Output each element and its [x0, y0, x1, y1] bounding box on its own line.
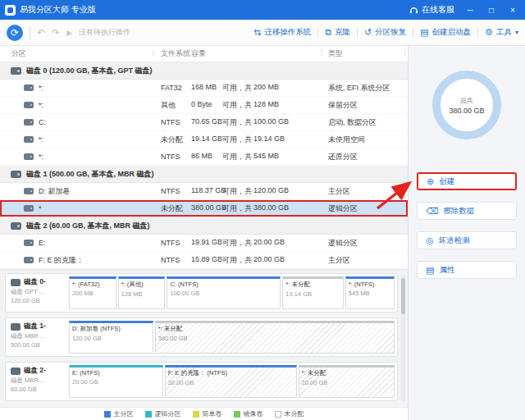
tools-button-label: 工具 [496, 27, 512, 38]
disk-strip-name: 磁盘 1- [11, 322, 65, 331]
table-row[interactable]: D: 新加卷NTFS118.37 GB可用，共120.00 GB主分区 [0, 183, 408, 200]
minimize-button[interactable]: ─ [464, 6, 476, 15]
title-bar-right: 在线客服 ─ □ × [409, 4, 518, 16]
partition-block[interactable]: *: (FAT32)200 MB [69, 276, 116, 309]
partition-block-label: E: (NTFS) [72, 369, 160, 377]
table-row[interactable]: *:其他0 Byte可用，共128 MB保留分区 [0, 97, 408, 114]
partition-icon [24, 257, 34, 263]
capacity-cell: 0 Byte可用，共128 MB [191, 100, 324, 111]
partition-block-label: C: (NTFS) [170, 281, 277, 288]
partition-block[interactable]: *: (其他)128 MB [118, 276, 166, 309]
tools-button[interactable]: ⚙工具▾ [485, 27, 518, 38]
maximize-button[interactable]: □ [486, 6, 497, 15]
partition-block-size: 128 MB [121, 290, 162, 298]
capacity-cell: 19.14 GB可用，共19.14 GB [191, 135, 324, 145]
table-row[interactable]: *:未分配19.14 GB可用，共19.14 GB未使用空间 [0, 131, 408, 148]
partition-label: D: 新加卷 [39, 186, 71, 197]
capacity-cell: 168 MB可用，共200 MB [191, 83, 324, 94]
disk-group-label: 磁盘 1 (500.00 GB, 基本盘, MBR 磁盘) [26, 169, 154, 180]
wipe-data-button[interactable]: ⌫擦除数据 [417, 202, 517, 220]
title-bar: 易我分区大师 专业版 在线客服 ─ □ × [0, 0, 525, 20]
partition-block[interactable]: *: 未分配20.00 GB [299, 365, 395, 398]
partition-label: *: [39, 84, 43, 92]
close-button[interactable]: × [507, 6, 518, 15]
partition-block[interactable]: *: 未分配380.00 GB [155, 321, 395, 354]
capacity-joiner: 可用，共 [222, 117, 253, 128]
partition-block[interactable]: C: (NTFS)100.00 GB [167, 276, 281, 309]
create-button[interactable]: ⊕创建 [417, 172, 517, 190]
capacity-free: 86 MB [191, 152, 222, 162]
table-row[interactable]: *:FAT32168 MB可用，共200 MB系统, EFI 系统分区 [0, 80, 408, 97]
headset-icon [409, 6, 418, 15]
disk-strip-info[interactable]: 磁盘 0-磁盘 GPT ...120.00 GB [6, 274, 66, 312]
toolbar-separator [317, 27, 318, 39]
right-sidebar: 总共 380.00 GB ⊕创建⌫擦除数据◎坏道检测▤属性 [408, 46, 525, 420]
disk-group-row[interactable]: 磁盘 2 (60.00 GB, 基本盘, MBR 磁盘) [0, 217, 408, 235]
capacity-joiner: 可用，共 [222, 238, 253, 249]
wipe-data-button-label: 擦除数据 [444, 206, 475, 217]
capacity-total: 120.00 GB [253, 186, 324, 197]
column-header-capacity: 容量 [191, 48, 324, 59]
partition-block[interactable]: E: (NTFS)20.00 GB [69, 365, 163, 398]
clone-button-label: 克隆 [335, 27, 350, 38]
partition-block-label: D: 新加卷 (NTFS) [72, 325, 150, 333]
capacity-free: 0 Byte [191, 100, 222, 111]
partition-block-size: 20.00 GB [72, 378, 160, 386]
undo-icon[interactable]: ↶ [37, 27, 45, 39]
capacity-joiner: 可用，共 [222, 255, 253, 266]
type-cell: 主分区 [324, 186, 408, 197]
disk-group-row[interactable]: 磁盘 0 (120.00 GB, 基本盘, GPT 磁盘) [0, 62, 408, 80]
app-logo-icon [5, 5, 16, 16]
partition-icon [24, 102, 34, 108]
filesystem-cell: NTFS [156, 256, 191, 264]
disk-strip-info[interactable]: 磁盘 2-磁盘 MBR...60.00 GB [6, 363, 66, 400]
refresh-icon[interactable]: ⟳ [7, 25, 23, 41]
partition-recovery-button[interactable]: ↺分区恢复 [364, 27, 406, 38]
partition-block[interactable]: *: 未分配19.14 GB [282, 276, 343, 309]
type-cell: 系统, EFI 系统分区 [324, 83, 408, 94]
disk-strip-info[interactable]: 磁盘 1-磁盘 MBR ...500.00 GB [6, 318, 66, 356]
partition-label: *: [39, 153, 43, 161]
capacity-cell: 380.00 GB可用，共380.00 GB [191, 203, 324, 214]
disk-map-scrollbar-thumb[interactable] [401, 278, 405, 314]
partition-block[interactable]: *: (NTFS)545 MB [345, 276, 395, 309]
partition-block-size: 100.00 GB [170, 290, 277, 297]
disk-group-label: 磁盘 2 (60.00 GB, 基本盘, MBR 磁盘) [26, 221, 150, 231]
capacity-cell: 19.91 GB可用，共20.00 GB [191, 238, 324, 249]
disk-group-row[interactable]: 磁盘 1 (500.00 GB, 基本盘, MBR 磁盘) [0, 166, 408, 183]
partition-block[interactable]: D: 新加卷 (NTFS)120.00 GB [69, 321, 153, 354]
boot-disk-button[interactable]: ▤创建启动盘 [420, 27, 471, 38]
capacity-free: 19.91 GB [191, 238, 222, 249]
table-row[interactable]: F: E 的克隆：NTFS15.89 GB可用，共20.00 GB主分区 [0, 252, 408, 269]
legend-item: 镜像卷 [234, 409, 263, 418]
donut-total-label: 总共 [460, 96, 473, 105]
table-row[interactable]: *:NTFS86 MB可用，共545 MB还原分区 [0, 148, 408, 166]
type-cell: 主分区 [324, 255, 408, 266]
execute-icon[interactable]: ▶ [66, 29, 72, 37]
legend-label: 主分区 [114, 409, 134, 418]
partition-icon [24, 119, 34, 126]
legend-swatch [104, 411, 111, 418]
table-row[interactable]: E:NTFS19.91 GB可用，共20.00 GB逻辑分区 [0, 235, 408, 252]
partition-block-label: *: (FAT32) [72, 281, 113, 288]
partition-block[interactable]: F: E 的克隆： (NTFS)20.00 GB [165, 365, 297, 398]
partition-icon [24, 136, 34, 143]
disk-strip-meta: 磁盘 MBR... [11, 377, 65, 385]
legend-item: 逻辑分区 [145, 409, 181, 418]
redo-icon[interactable]: ↷ [52, 27, 60, 39]
create-button-label: 创建 [439, 176, 454, 187]
migrate-os-button[interactable]: ⇆迁移操作系统 [253, 27, 311, 38]
capacity-joiner: 可用，共 [222, 135, 253, 145]
content-area: 分区 文件系统 容量 类型 磁盘 0 (120.00 GB, 基本盘, GPT … [0, 46, 525, 420]
create-icon: ⊕ [427, 176, 434, 187]
table-row[interactable]: *未分配380.00 GB可用，共380.00 GB逻辑分区 [0, 200, 408, 217]
capacity-free: 118.37 GB [191, 186, 222, 197]
online-service-button[interactable]: 在线客服 [409, 4, 454, 16]
clone-button[interactable]: ⧉克隆 [325, 27, 350, 38]
table-row[interactable]: C:NTFS70.65 GB可用，共100.00 GB启动, 数据分区 [0, 114, 408, 131]
partition-block-size: 20.00 GB [302, 379, 391, 386]
surface-test-button[interactable]: ◎坏道检测 [417, 231, 517, 249]
properties-button[interactable]: ▤属性 [417, 261, 517, 279]
disk-strip-label: 磁盘 2- [24, 366, 46, 376]
disk-strip-meta: 磁盘 MBR ... [11, 332, 65, 340]
